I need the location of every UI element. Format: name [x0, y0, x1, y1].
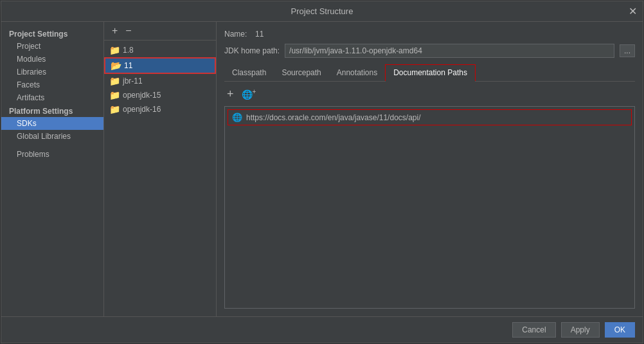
doc-paths-list: 🌐 https://docs.oracle.com/en/java/javase…: [224, 106, 635, 309]
add-sdk-button[interactable]: +: [109, 24, 120, 37]
name-value: 11: [255, 30, 635, 39]
tabs-bar: Classpath Sourcepath Annotations Documen…: [224, 64, 635, 82]
sidebar-item-problems[interactable]: Problems: [1, 148, 103, 161]
tab-sourcepath[interactable]: Sourcepath: [274, 64, 328, 81]
sidebar-item-sdks[interactable]: SDKs: [1, 117, 103, 130]
bottom-bar: Cancel Apply OK: [1, 316, 643, 343]
add-doc-path-button[interactable]: +: [224, 87, 237, 101]
doc-paths-toolbar: + 🌐+: [224, 87, 635, 101]
sidebar-item-facets[interactable]: Facets: [1, 78, 103, 91]
globe-plus-icon: 🌐+: [242, 89, 256, 99]
tab-classpath[interactable]: Classpath: [224, 64, 274, 81]
jdk-home-row: JDK home path: ...: [224, 44, 635, 58]
globe-icon: 🌐: [232, 113, 242, 122]
sidebar-item-libraries[interactable]: Libraries: [1, 66, 103, 78]
browse-button[interactable]: ...: [620, 44, 635, 57]
ok-button[interactable]: OK: [605, 322, 635, 338]
sdk-list: 📁 1.8 📂 11 📁 jbr-11 📁 openjdk-15: [104, 41, 216, 316]
sidebar-item-global-libraries[interactable]: Global Libraries: [1, 130, 103, 143]
doc-path-item[interactable]: 🌐 https://docs.oracle.com/en/java/javase…: [228, 109, 632, 125]
main-content: Name: 11 JDK home path: ... Classpath So…: [217, 22, 643, 316]
sdk-item-openjdk16[interactable]: 📁 openjdk-16: [104, 102, 216, 116]
folder-icon: 📁: [109, 45, 120, 55]
sdk-item-label: jbr-11: [123, 77, 143, 86]
sdk-item-label: openjdk-15: [123, 91, 161, 100]
sidebar-item-project[interactable]: Project: [1, 40, 103, 53]
doc-path-url: https://docs.oracle.com/en/java/javase/1…: [246, 113, 420, 122]
remove-sdk-button[interactable]: −: [123, 24, 134, 37]
project-structure-dialog: Project Structure ✕ Project Settings Pro…: [1, 1, 643, 343]
sdk-item-label: openjdk-16: [123, 105, 161, 114]
sdk-toolbar: + −: [104, 22, 216, 41]
name-label: Name:: [224, 30, 250, 39]
cancel-button[interactable]: Cancel: [512, 322, 555, 338]
sidebar-item-artifacts[interactable]: Artifacts: [1, 91, 103, 104]
sdk-item-openjdk15[interactable]: 📁 openjdk-15: [104, 88, 216, 102]
sdk-item-jbr11[interactable]: 📁 jbr-11: [104, 74, 216, 88]
project-settings-header: Project Settings: [1, 27, 103, 40]
sdk-item-label: 11: [124, 61, 132, 70]
add-url-doc-path-button[interactable]: 🌐+: [239, 87, 259, 100]
tab-annotations[interactable]: Annotations: [329, 64, 385, 81]
folder-icon: 📁: [109, 104, 120, 114]
apply-button[interactable]: Apply: [561, 322, 600, 338]
sidebar-item-modules[interactable]: Modules: [1, 53, 103, 66]
folder-icon: 📂: [111, 60, 121, 71]
dialog-title: Project Structure: [291, 6, 353, 16]
dialog-body: Project Settings Project Modules Librari…: [1, 22, 643, 316]
platform-settings-header: Platform Settings: [1, 104, 103, 117]
sidebar: Project Settings Project Modules Librari…: [1, 22, 104, 316]
sdk-item-11[interactable]: 📂 11: [104, 57, 216, 74]
jdk-home-input[interactable]: [285, 44, 614, 58]
folder-icon: 📁: [109, 76, 120, 86]
name-row: Name: 11: [224, 30, 635, 39]
sdk-item-label: 1.8: [123, 46, 134, 55]
sdk-item-1.8[interactable]: 📁 1.8: [104, 43, 216, 57]
jdk-home-label: JDK home path:: [224, 46, 280, 55]
folder-icon: 📁: [109, 90, 120, 100]
close-button[interactable]: ✕: [627, 6, 638, 17]
tab-documentation-paths[interactable]: Documentation Paths: [385, 64, 476, 81]
sdk-list-panel: + − 📁 1.8 📂 11 📁 jbr-11: [104, 22, 217, 316]
title-bar: Project Structure ✕: [1, 1, 643, 22]
